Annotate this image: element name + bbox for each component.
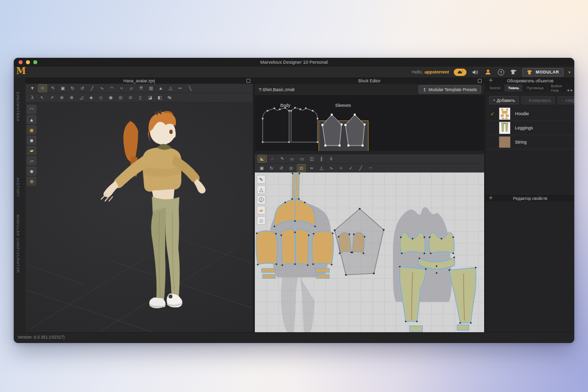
tab-scene[interactable]: Scene [486, 84, 505, 92]
viewport-expand-icon[interactable] [246, 79, 250, 83]
garment-add-icon[interactable] [510, 69, 517, 75]
iron-tool-icon[interactable]: ≂ [308, 165, 316, 172]
grading-tool-icon[interactable]: ┄ [367, 165, 374, 172]
rotate-pattern-cw-icon[interactable]: ↻ [268, 165, 275, 172]
shirt-front-display-icon[interactable]: ▲ [157, 85, 165, 92]
fold-arrangement-tool-icon[interactable]: ▱ [127, 85, 135, 92]
brush-tool-icon[interactable]: ✎ [257, 175, 266, 184]
silhouette-toggle-icon[interactable]: λ [327, 155, 335, 162]
edit-sculpt-tool-icon[interactable]: ✎ [49, 85, 57, 92]
fabric-view-icon[interactable]: ▰ [257, 206, 266, 215]
user-icon[interactable] [484, 69, 492, 75]
head-library-icon[interactable]: ☻ [27, 167, 36, 175]
sleeve-block-outline[interactable] [335, 209, 384, 275]
tab-library[interactable]: БИБЛИОТЕКА [16, 92, 20, 122]
block-editor-canvas[interactable]: Body Sleeves [255, 95, 484, 151]
zipper-tool-icon[interactable]: ▯ [136, 94, 144, 101]
sync-garment-tool-icon[interactable]: ⇈ [137, 85, 145, 92]
copy-fabric-button[interactable]: ◌ Копировать [521, 96, 555, 104]
username-text[interactable]: appstorrent [424, 70, 449, 74]
check-icon[interactable]: ✓ [486, 111, 499, 117]
avatar-figure[interactable] [101, 109, 206, 308]
pin-tool-icon[interactable]: ╱ [88, 85, 96, 92]
shirt-view-icon[interactable]: △ [257, 185, 266, 194]
bind-plane-alt-tool-icon[interactable]: ◧ [156, 94, 164, 101]
lock-view-icon[interactable]: ◘ [257, 216, 266, 225]
trace-tool-icon[interactable]: ▱ [288, 155, 296, 162]
tab-button[interactable]: Пуговица [523, 84, 547, 92]
free-sewing-tool-icon[interactable]: ≈ [118, 85, 125, 92]
sew-edit-2d-icon[interactable]: ∿ [327, 165, 335, 172]
viewport-3d-canvas[interactable]: ◠▲◉☻▰▱☻⊕ [25, 102, 253, 332]
sew-check-2d-icon[interactable]: ✓ [347, 165, 355, 172]
line-tool-2d-icon[interactable]: ╱ [357, 165, 365, 172]
segment-sewing-tool-icon[interactable]: ◠ [108, 85, 116, 92]
measure-tool-icon[interactable]: ✂ [176, 85, 184, 92]
spacing-tool-icon[interactable]: ↹ [166, 94, 173, 101]
tab-buttonhole[interactable]: Button Hole [547, 84, 567, 92]
tab-modular-configurator[interactable]: MODULAR CONFIGURATOR [16, 215, 20, 273]
lock-pattern-tool-icon[interactable]: ◘ [297, 164, 306, 172]
avatar-library-icon[interactable]: ☻ [27, 136, 36, 145]
stylus-tool-icon[interactable]: ╲ [186, 85, 194, 92]
speaker-icon[interactable] [471, 69, 479, 75]
fit-suit-tool-icon[interactable]: ◈ [87, 94, 95, 101]
hat-library-icon[interactable]: ◠ [27, 105, 36, 114]
arrange-point-tool-icon[interactable]: ▼ [28, 85, 36, 92]
button-lock-tool-icon[interactable]: ⊙ [126, 94, 134, 101]
property-editor-titlebar[interactable]: ✛ Редактор свойств [486, 195, 574, 201]
fabric-library-icon[interactable]: ▰ [27, 146, 36, 155]
object-browser-titlebar[interactable]: ✛ Обозреватель объектов [486, 77, 574, 84]
tab-fabric[interactable]: Ткань [505, 84, 523, 92]
pleats-tool-icon[interactable]: ∥ [318, 155, 325, 162]
shirt-display-2d-icon[interactable]: △ [318, 165, 325, 172]
cloud-sync-icon[interactable] [454, 69, 466, 76]
avatar-pose-tool-icon[interactable]: λ [28, 94, 36, 101]
fabric-row-hoodie[interactable]: ✓ Hoodie [486, 107, 574, 121]
rotate-pattern-ccw-icon[interactable]: ↺ [277, 165, 285, 172]
garment-library-icon[interactable]: ▲ [27, 115, 36, 124]
block-editor-expand-icon[interactable] [478, 79, 482, 83]
pattern-2d-render[interactable] [255, 172, 484, 332]
curve-edit-tool-icon[interactable]: ∿ [98, 85, 106, 92]
sew-free-2d-icon[interactable]: ≈ [337, 165, 345, 172]
info-toggle-icon[interactable]: ⓘ [257, 196, 266, 204]
pick-rotate-tool-icon[interactable]: ↗ [48, 94, 56, 101]
edit-point-2d-tool-icon[interactable]: ∴ [269, 155, 276, 162]
pants-display-icon[interactable]: ▥ [147, 85, 155, 92]
tab-history[interactable]: HISTORY [16, 178, 20, 197]
block-editor-titlebar[interactable]: Block Editor [255, 77, 484, 84]
modular-caret-icon[interactable]: ▾ [568, 70, 570, 74]
tabs-scroll-left-icon[interactable]: ◀ [567, 88, 569, 92]
shirt-back-display-icon[interactable]: △ [167, 85, 174, 92]
stamp-tool-icon[interactable]: ◫ [308, 155, 316, 162]
body-block-pattern[interactable] [262, 107, 318, 143]
tabs-scroll-right-icon[interactable]: ▶ [570, 88, 573, 92]
fabric-alt-library-icon[interactable]: ▱ [27, 156, 36, 165]
move-pattern-tool-icon[interactable]: ▣ [258, 165, 266, 172]
edit-pattern-2d-tool-icon[interactable]: ✎ [278, 155, 286, 162]
fit-suit-alt-tool-icon[interactable]: ◇ [97, 94, 105, 101]
bind-plane-tool-icon[interactable]: ◪ [146, 94, 154, 101]
fabric-row-string[interactable]: String [486, 135, 574, 149]
viewport-3d-titlebar[interactable]: Hana_avatar.zprj [25, 77, 253, 84]
help-icon[interactable]: ? [497, 69, 505, 75]
fabric-row-leggings[interactable]: Leggings [486, 121, 574, 135]
pattern-shape-tool-icon[interactable]: ▭ [298, 155, 306, 162]
object-browser-pin-icon[interactable]: ✛ [489, 78, 493, 83]
buttonhole-tool-icon[interactable]: ◎ [117, 94, 124, 101]
add-fabric-button[interactable]: + Добавить [489, 96, 519, 104]
modular-template-presets-button[interactable]: ↥ Modular Template Presets [418, 85, 481, 94]
zoom-pattern-tool-icon[interactable]: ◎ [287, 165, 295, 172]
pick-move-tool-icon[interactable]: ↖ [38, 94, 46, 101]
rotate-cw-tool-icon[interactable]: ↻ [69, 85, 76, 92]
trim-sphere-library-icon[interactable]: ◉ [27, 125, 36, 134]
modular-button[interactable]: MODULAR [522, 68, 564, 76]
transform-pattern-tool-icon[interactable]: ▣ [59, 85, 67, 92]
assign-fabric-button[interactable]: ◌ Assign [557, 96, 574, 104]
avatar-3d-render[interactable] [25, 102, 253, 332]
sleeves-block-pattern[interactable] [321, 114, 366, 151]
globe-library-icon[interactable]: ⊕ [27, 177, 36, 186]
rotate-ccw-tool-icon[interactable]: ↺ [78, 85, 86, 92]
button-tool-icon[interactable]: ◉ [107, 94, 115, 101]
